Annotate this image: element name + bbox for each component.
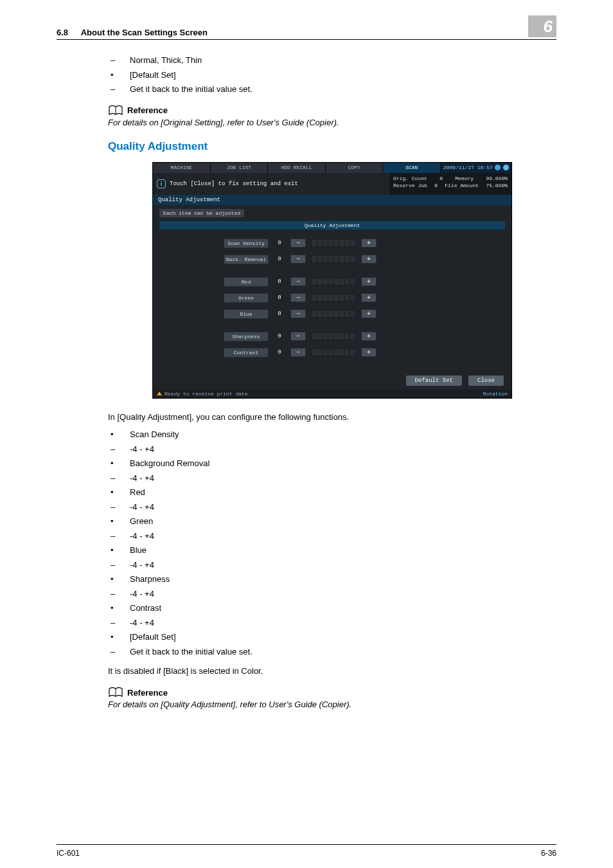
plus-button[interactable]: + <box>361 332 377 341</box>
slider-label: Green <box>224 293 269 303</box>
footer-model: IC-601 <box>57 849 80 858</box>
tab-job-list[interactable]: JOB LIST <box>211 163 269 173</box>
slider-row: Back. Removal0−+ <box>224 255 454 264</box>
heading-quality-adjustment: Quality Adjustment <box>108 140 556 153</box>
slider-track[interactable] <box>311 294 356 302</box>
function-list: Scan Density-4 - +4Background Removal-4 … <box>108 428 556 658</box>
list-item: -4 - +4 <box>108 588 556 601</box>
slider-track[interactable] <box>311 278 356 285</box>
list-item: -4 - +4 <box>108 501 556 514</box>
list-item: Get it back to the initial value set. <box>108 646 556 658</box>
slider-row: Scan Density0−+ <box>224 239 454 248</box>
slider-track[interactable] <box>311 348 356 356</box>
panel-mid-title: Quality Adjustment <box>159 221 505 230</box>
tab-machine[interactable]: MACHINE <box>153 163 211 173</box>
slider-row: Red0−+ <box>224 277 454 287</box>
slider-label: Scan Density <box>224 239 269 248</box>
slider-track[interactable] <box>311 332 356 340</box>
plus-button[interactable]: + <box>361 293 377 302</box>
list-item: -4 - +4 <box>108 530 556 543</box>
reference-label: Reference <box>127 105 168 115</box>
orig-count-label: Orig. Count <box>393 175 427 182</box>
memory-value: 99.080% <box>486 175 508 182</box>
slider-value: 0 <box>274 240 285 246</box>
slider-value: 0 <box>274 333 285 339</box>
list-item: Red <box>108 486 556 499</box>
plus-button[interactable]: + <box>361 277 377 286</box>
info-message: Touch [Close] to fix setting and exit <box>170 181 298 187</box>
list-item: Green <box>108 515 556 528</box>
panel-title: Quality Adjustment <box>153 195 511 205</box>
slider-label: Blue <box>224 309 269 319</box>
file-amount-value: 75.080% <box>486 182 508 189</box>
list-item: Blue <box>108 544 556 557</box>
slider-label: Sharpness <box>224 332 269 341</box>
minus-button[interactable]: − <box>290 309 306 318</box>
timestamp: 2009/11/27 10:57 <box>443 165 493 170</box>
reference-text: For details on [Original Setting], refer… <box>108 118 556 127</box>
status-text: Ready to receive print date <box>157 391 248 397</box>
list-item: -4 - +4 <box>108 559 556 572</box>
divider <box>57 844 556 845</box>
minus-button[interactable]: − <box>290 255 306 264</box>
list-item: [Default Set] <box>108 69 556 82</box>
panel-clock: 2009/11/27 10:57 <box>441 163 511 173</box>
list-item: [Default Set] <box>108 631 556 644</box>
book-icon <box>108 105 123 116</box>
slider-row: Green0−+ <box>224 293 454 303</box>
reserve-label: Reserve Job <box>393 182 427 189</box>
list-item: Normal, Thick, Thin <box>108 54 556 67</box>
plus-button[interactable]: + <box>361 309 377 318</box>
reference-label: Reference <box>127 688 168 698</box>
list-item: Scan Density <box>108 428 556 441</box>
plus-button[interactable]: + <box>361 255 377 264</box>
footer-page: 6-36 <box>541 849 556 858</box>
slider-row: Sharpness0−+ <box>224 332 454 341</box>
slider-row: Blue0−+ <box>224 309 454 319</box>
memory-label: Memory <box>455 175 474 182</box>
slider-track[interactable] <box>311 310 356 318</box>
tab-copy[interactable]: COPY <box>326 163 384 173</box>
device-panel: MACHINE JOB LIST HDD RECALL COPY SCAN 20… <box>152 162 512 399</box>
slider-label: Contrast <box>224 348 269 357</box>
minus-button[interactable]: − <box>290 293 306 302</box>
close-button[interactable]: Close <box>468 375 504 386</box>
counters-box: Orig. Count 0 Memory 99.080% Reserve Job… <box>389 173 511 195</box>
panel-subtitle: Each item can be adjusted <box>159 209 244 217</box>
minus-button[interactable]: − <box>290 277 306 286</box>
slider-track[interactable] <box>311 239 356 247</box>
section-title: About the Scan Settings Screen <box>81 28 208 37</box>
slider-value: 0 <box>274 349 285 356</box>
slider-value: 0 <box>274 256 285 262</box>
status-dot-icon <box>495 165 501 170</box>
minus-button[interactable]: − <box>290 348 306 357</box>
running-header: 6.8 About the Scan Settings Screen <box>57 28 208 37</box>
slider-label: Back. Removal <box>224 255 269 264</box>
list-item: Background Removal <box>108 457 556 470</box>
slider-label: Red <box>224 277 269 287</box>
option-list: Normal, Thick, Thin[Default Set]Get it b… <box>108 54 556 96</box>
slider-value: 0 <box>274 278 285 285</box>
warning-icon <box>157 392 162 395</box>
plus-button[interactable]: + <box>361 239 377 248</box>
intro-text: In [Quality Adjustment], you can configu… <box>108 411 556 424</box>
list-item: -4 - +4 <box>108 443 556 456</box>
plus-button[interactable]: + <box>361 348 377 357</box>
section-number: 6.8 <box>57 28 68 37</box>
panel-tabs: MACHINE JOB LIST HDD RECALL COPY SCAN 20… <box>153 163 511 173</box>
reserve-value: 0 <box>434 182 438 189</box>
tab-scan[interactable]: SCAN <box>383 163 441 173</box>
book-icon <box>108 687 123 698</box>
slider-track[interactable] <box>311 255 356 263</box>
list-item: Sharpness <box>108 573 556 586</box>
slider-row: Contrast0−+ <box>224 348 454 357</box>
minus-button[interactable]: − <box>290 332 306 341</box>
slider-value: 0 <box>274 294 285 301</box>
chapter-tab: 6 <box>528 15 556 37</box>
minus-button[interactable]: − <box>290 239 306 248</box>
divider <box>57 39 556 40</box>
list-item: Contrast <box>108 602 556 615</box>
tab-hdd-recall[interactable]: HDD RECALL <box>268 163 326 173</box>
help-dot-icon <box>503 165 509 170</box>
default-set-button[interactable]: Default Set <box>406 375 462 386</box>
